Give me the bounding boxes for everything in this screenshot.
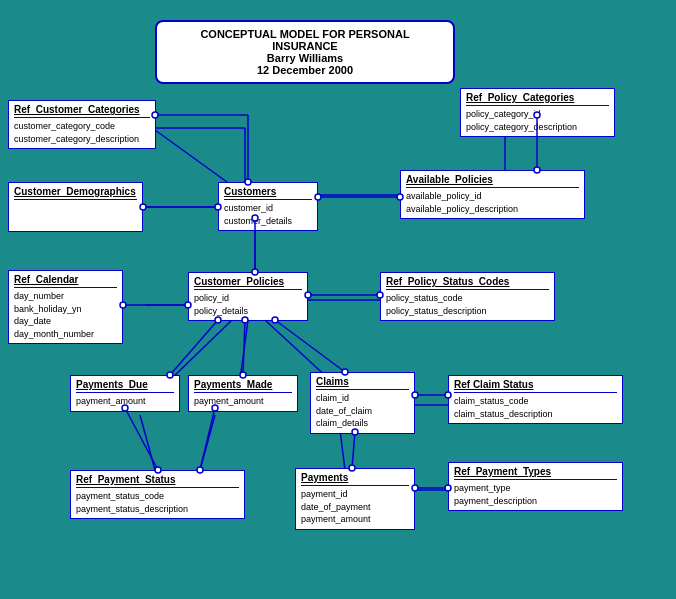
title-line3: 12 December 2000: [172, 64, 438, 76]
available-policies-entity: Available_Policies available_policy_id a…: [400, 170, 585, 219]
entity-attrs: available_policy_id available_policy_des…: [406, 190, 579, 215]
svg-line-12: [200, 415, 215, 470]
svg-line-51: [125, 408, 158, 470]
entity-attrs: payment_id date_of_payment payment_amoun…: [301, 488, 409, 526]
svg-line-11: [140, 415, 155, 470]
customers-entity: Customers customer_id customer_details: [218, 182, 318, 231]
ref-payment-status-entity: Ref_Payment_Status payment_status_code p…: [70, 470, 245, 519]
svg-line-9: [265, 320, 330, 380]
entity-title: Payments_Due: [76, 379, 174, 393]
ref-payment-types-entity: Ref_Payment_Types payment_type payment_d…: [448, 462, 623, 511]
entity-attrs: customer_id customer_details: [224, 202, 312, 227]
svg-line-57: [352, 432, 355, 468]
ref-customer-categories-entity: Ref_Customer_Categories customer_categor…: [8, 100, 156, 149]
entity-title: Ref_Calendar: [14, 274, 117, 288]
entity-attrs: payment_amount: [76, 395, 174, 408]
entity-attrs: customer_category_code customer_category…: [14, 120, 150, 145]
svg-line-13: [340, 430, 345, 470]
entity-title: Customer_Policies: [194, 276, 302, 290]
entity-title: Payments: [301, 472, 409, 486]
ref-policy-categories-entity: Ref_Policy_Categories policy_category_id…: [460, 88, 615, 137]
entity-attrs: policy_id policy_details: [194, 292, 302, 317]
entity-title: Customers: [224, 186, 312, 200]
entity-title: Payments_Made: [194, 379, 292, 393]
title-line1: CONCEPTUAL MODEL FOR PERSONAL INSURANCE: [172, 28, 438, 52]
svg-line-45: [275, 320, 345, 372]
entity-attrs: claim_id date_of_claim claim_details: [316, 392, 409, 430]
svg-line-42: [243, 320, 245, 375]
svg-line-7: [170, 320, 232, 380]
svg-line-39: [170, 320, 218, 375]
payments-due-entity: Payments_Due payment_amount: [70, 375, 180, 412]
payments-entity: Payments payment_id date_of_payment paym…: [295, 468, 415, 530]
payments-made-entity: Payments_Made payment_amount: [188, 375, 298, 412]
ref-policy-status-codes-entity: Ref_Policy_Status_Codes policy_status_co…: [380, 272, 555, 321]
entity-attrs: policy_category_id policy_category_descr…: [466, 108, 609, 133]
ref-claim-status-entity: Ref Claim Status claim_status_code claim…: [448, 375, 623, 424]
entity-title: Ref_Policy_Status_Codes: [386, 276, 549, 290]
entity-attrs: policy_status_code policy_status_descrip…: [386, 292, 549, 317]
entity-title: Ref_Customer_Categories: [14, 104, 150, 118]
entity-attrs: payment_type payment_description: [454, 482, 617, 507]
entity-title: Customer_Demographics: [14, 186, 137, 200]
entity-attrs: day_number bank_holiday_yn day_date day_…: [14, 290, 117, 340]
entity-attrs: payment_amount: [194, 395, 292, 408]
entity-title: Ref Claim Status: [454, 379, 617, 393]
entity-attrs: claim_status_code claim_status_descripti…: [454, 395, 617, 420]
entity-title: Ref_Payment_Status: [76, 474, 239, 488]
entity-title: Ref_Policy_Categories: [466, 92, 609, 106]
entity-title: Claims: [316, 376, 409, 390]
main-title: CONCEPTUAL MODEL FOR PERSONAL INSURANCE …: [155, 20, 455, 84]
title-line2: Barry Williams: [172, 52, 438, 64]
svg-line-8: [240, 320, 248, 380]
entity-title: Ref_Payment_Types: [454, 466, 617, 480]
customer-demographics-entity: Customer_Demographics: [8, 182, 143, 232]
ref-calendar-entity: Ref_Calendar day_number bank_holiday_yn …: [8, 270, 123, 344]
customer-policies-entity: Customer_Policies policy_id policy_detai…: [188, 272, 308, 321]
claims-entity: Claims claim_id date_of_claim claim_deta…: [310, 372, 415, 434]
svg-line-54: [200, 408, 215, 470]
entity-attrs: payment_status_code payment_status_descr…: [76, 490, 239, 515]
entity-title: Available_Policies: [406, 174, 579, 188]
